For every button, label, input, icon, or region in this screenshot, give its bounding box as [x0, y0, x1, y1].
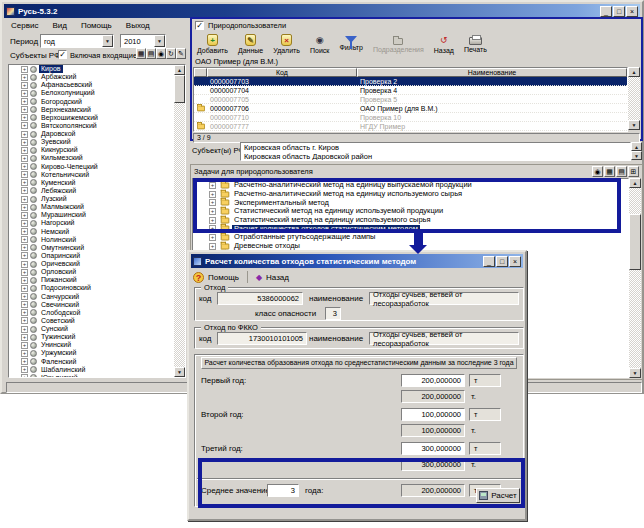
region-tree-item[interactable]: + Вятскополянский	[9, 122, 175, 130]
region-tree-item[interactable]: + Верхошижемский	[9, 114, 175, 122]
table-row[interactable]: 0000007703 Проверка 2	[194, 77, 627, 86]
region-tree-item[interactable]: + Котельничский	[9, 171, 175, 179]
region-tree-item[interactable]: + Кирово-Чепецкий	[9, 163, 175, 171]
region-tree-item[interactable]: + Лузский	[9, 195, 175, 203]
region-tree-item[interactable]: + Тужинский	[9, 333, 175, 341]
region-tree-item[interactable]: + Фаленский	[9, 358, 175, 366]
expand-icon[interactable]: +	[21, 334, 28, 341]
year-unit-select[interactable]: т	[469, 408, 501, 421]
search-icon[interactable]: ◉	[156, 48, 166, 59]
period-type-select[interactable]: год ▼	[40, 34, 114, 48]
region-tree-item[interactable]: + Кильмезский	[9, 154, 175, 162]
expand-icon[interactable]: +	[21, 350, 28, 357]
region-tree-item[interactable]: + Унинский	[9, 341, 175, 349]
region-tree-item[interactable]: + Зуевский	[9, 138, 175, 146]
expand-icon[interactable]: +	[21, 301, 28, 308]
menu-item[interactable]: Сервис	[4, 20, 45, 31]
filter-icon[interactable]: Фильтр	[334, 32, 368, 52]
main-titlebar[interactable]: Русь-5.3.2 _ □ ×	[4, 4, 640, 18]
menu-item[interactable]: Помощь	[74, 20, 119, 31]
region-tree-item[interactable]: + Лебяжский	[9, 187, 175, 195]
fkko-name-field[interactable]: Отходы сучьев, ветвей от лесоразработок	[369, 332, 519, 345]
region-tree-item[interactable]: + Киров	[9, 65, 175, 73]
expand-icon[interactable]: +	[21, 236, 28, 243]
year-input[interactable]: 200,000000	[401, 374, 465, 387]
tasks-scrollbar[interactable]: ▲ ▼	[629, 178, 641, 378]
region-tree-item[interactable]: + Верхнекамский	[9, 106, 175, 114]
expand-icon[interactable]: +	[21, 155, 28, 162]
expand-icon[interactable]: +	[21, 261, 28, 268]
expand-icon[interactable]: +	[21, 309, 28, 316]
expand-icon[interactable]: +	[21, 106, 28, 113]
expand-icon[interactable]: +	[21, 358, 28, 365]
table-row[interactable]: 0000007777 НГДУ Пример	[194, 122, 627, 131]
expand-icon[interactable]: +	[21, 293, 28, 300]
dropdown-icon[interactable]: ▼	[154, 35, 165, 47]
expand-icon[interactable]: +	[21, 163, 28, 170]
maximize-button[interactable]: □	[496, 256, 508, 267]
table-scrollbar[interactable]: ▲ ▼	[628, 67, 640, 130]
dropdown-icon[interactable]: ▼	[102, 35, 113, 47]
region-tree-item[interactable]: + Арбажский	[9, 73, 175, 81]
expand-icon[interactable]: +	[21, 252, 28, 259]
waste-code-field[interactable]: 5386000062	[217, 292, 303, 305]
table-row[interactable]: 0000007705 Проверка 5	[194, 95, 627, 104]
region-tree-item[interactable]: + Орловский	[9, 268, 175, 276]
subdivisions-icon[interactable]: Подразделения	[368, 32, 429, 54]
region-tree-item[interactable]: + Омутнинский	[9, 244, 175, 252]
expand-icon[interactable]: +	[21, 196, 28, 203]
expand-icon[interactable]: +	[21, 82, 28, 89]
card-icon[interactable]: ▤	[146, 48, 156, 59]
hazard-class-field[interactable]: 3	[325, 307, 341, 320]
expand-icon[interactable]: +	[21, 244, 28, 251]
hierarchy-icon[interactable]: ▦	[136, 48, 146, 59]
waste-name-field[interactable]: Отходы сучьев, ветвей от лесоразработок	[369, 292, 519, 305]
expand-icon[interactable]: +	[21, 139, 28, 146]
expand-icon[interactable]: +	[209, 234, 216, 241]
region-tree-item[interactable]: + Белохолуницкий	[9, 89, 175, 97]
table-row[interactable]: 0000007710 Проверка 10	[194, 113, 627, 122]
expand-icon[interactable]: +	[21, 342, 28, 349]
scroll-down-icon[interactable]: ▼	[174, 367, 185, 377]
expand-icon[interactable]: +	[21, 285, 28, 292]
region-tree-item[interactable]: + Нолинский	[9, 236, 175, 244]
edit-icon[interactable]: ✎	[176, 48, 186, 59]
expand-icon[interactable]: +	[21, 179, 28, 186]
expand-icon[interactable]: +	[21, 74, 28, 81]
scroll-thumb[interactable]	[629, 214, 641, 270]
region-tree-item[interactable]: + Малмыжский	[9, 203, 175, 211]
region-tree-item[interactable]: + Советский	[9, 317, 175, 325]
expand-icon[interactable]: +	[21, 317, 28, 324]
year-input[interactable]: 100,000000	[401, 408, 465, 421]
expand-icon[interactable]: +	[21, 220, 28, 227]
card-icon[interactable]: ▤	[616, 166, 627, 177]
region-tree-item[interactable]: + Немский	[9, 228, 175, 236]
region-tree-item[interactable]: + Даровской	[9, 130, 175, 138]
region-tree-item[interactable]: + Оричевский	[9, 260, 175, 268]
region-tree-item[interactable]: + Подосиновский	[9, 284, 175, 292]
regions-scrollbar[interactable]: ▲ ▼	[174, 65, 185, 377]
help-button[interactable]: Помощь	[208, 273, 239, 282]
close-button[interactable]: ×	[626, 6, 638, 17]
column-name[interactable]: Наименование	[357, 68, 627, 77]
dialog-titlebar[interactable]: Расчет количества отходов статистическим…	[191, 254, 523, 268]
scroll-down-icon[interactable]: ▼	[629, 368, 641, 378]
region-tree-item[interactable]: + Сунский	[9, 325, 175, 333]
scroll-down-icon[interactable]: ▼	[631, 151, 642, 160]
restore-button[interactable]: □	[613, 6, 625, 17]
expand-icon[interactable]: +	[21, 269, 28, 276]
expand-icon[interactable]: +	[21, 204, 28, 211]
include-nested-checkbox[interactable]: ✓	[58, 50, 67, 59]
region-tree-item[interactable]: + Нагорский	[9, 219, 175, 227]
region-tree-item[interactable]: + Опаринский	[9, 252, 175, 260]
back-icon[interactable]: ↺ Назад	[429, 32, 459, 55]
region-tree-item[interactable]: + Кикнурский	[9, 146, 175, 154]
expand-icon[interactable]: +	[21, 228, 28, 235]
region-tree-item[interactable]: + Уржумский	[9, 349, 175, 357]
expand-icon[interactable]: +	[21, 277, 28, 284]
year-input[interactable]: 300,000000	[401, 442, 465, 455]
period-year-select[interactable]: 2010 ▼	[120, 34, 166, 48]
scroll-down-icon[interactable]: ▼	[628, 120, 640, 130]
expand-icon[interactable]: +	[21, 366, 28, 373]
table-row[interactable]: 0000007706 ОАО Пример (для В.М.)	[194, 104, 627, 113]
